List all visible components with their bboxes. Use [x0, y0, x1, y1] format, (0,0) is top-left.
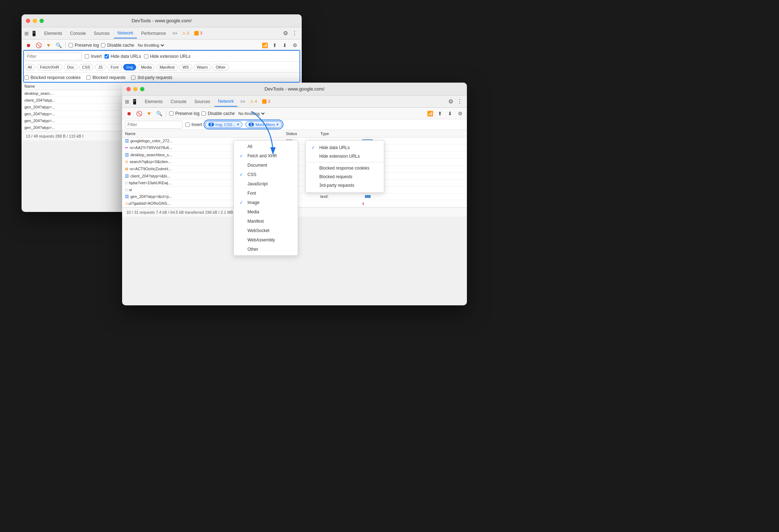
preserve-log-label-1[interactable]: Preserve log: [69, 43, 99, 48]
record-button-2[interactable]: ⏺: [125, 110, 133, 117]
blocked-requests-label-1[interactable]: Blocked requests: [86, 75, 125, 80]
chip-manifest-1[interactable]: Manifest: [156, 64, 178, 70]
download-icon-2[interactable]: ⬇: [446, 110, 454, 117]
preserve-log-label-2[interactable]: Preserve log: [169, 111, 199, 116]
col-type-2[interactable]: Type: [317, 130, 352, 138]
tab-performance-1[interactable]: Performance: [138, 29, 170, 38]
throttle-select-2[interactable]: No throttling: [237, 111, 266, 116]
filter-input-1[interactable]: [24, 52, 82, 60]
dropdown-javascript[interactable]: JavaScript: [234, 179, 298, 189]
record-button-1[interactable]: ⏺: [24, 41, 32, 49]
filter-input-2[interactable]: [125, 121, 182, 129]
tab-sources-1[interactable]: Sources: [90, 29, 113, 38]
dropdown-css[interactable]: ✓ CSS: [234, 170, 298, 179]
chip-media-1[interactable]: Media: [138, 64, 155, 70]
third-party-label-1[interactable]: 3rd-party requests: [131, 75, 172, 80]
invert-label-1[interactable]: Invert: [85, 54, 102, 59]
close-button-1[interactable]: [26, 19, 30, 23]
upload-icon-1[interactable]: ⬆: [271, 41, 279, 49]
throttle-select-1[interactable]: No throttling: [136, 43, 165, 48]
inspect-icon-2[interactable]: ⊞: [125, 99, 129, 105]
disable-cache-label-2[interactable]: Disable cache: [201, 111, 235, 116]
preserve-log-checkbox-1[interactable]: [69, 43, 73, 47]
disable-cache-checkbox-1[interactable]: [101, 43, 105, 47]
tab-console-2[interactable]: Console: [167, 97, 190, 106]
tab-console-1[interactable]: Console: [66, 29, 89, 38]
dropdown-font[interactable]: Font: [234, 189, 298, 198]
settings-button-1[interactable]: ⚙: [282, 28, 289, 38]
chip-ws-1[interactable]: WS: [179, 64, 192, 70]
chip-other-1[interactable]: Other: [212, 64, 229, 70]
hide-data-urls-label-1[interactable]: Hide data URLs: [105, 54, 141, 59]
preserve-log-checkbox-2[interactable]: [169, 111, 173, 116]
dropdown-websocket[interactable]: WebSocket: [234, 226, 298, 235]
chip-css-1[interactable]: CSS: [79, 64, 94, 70]
settings-network-1[interactable]: ⚙: [291, 41, 299, 49]
chip-all-1[interactable]: All: [24, 64, 35, 70]
blocked-cookies-label-1[interactable]: Blocked response cookies: [24, 75, 80, 80]
hide-ext-urls-label-1[interactable]: Hide extension URLs: [144, 54, 191, 59]
active-filter-button[interactable]: 3 Img, CSS... ▾: [205, 121, 242, 128]
download-icon-1[interactable]: ⬇: [281, 41, 289, 49]
more-filter-hide-data[interactable]: ✓ Hide data URLs: [306, 143, 384, 152]
more-options-button-2[interactable]: ⋮: [455, 97, 464, 106]
hide-data-urls-checkbox-1[interactable]: [105, 54, 109, 59]
upload-icon-2[interactable]: ⬆: [436, 110, 444, 117]
tab-network-1[interactable]: Network: [114, 28, 137, 38]
inspect-icon[interactable]: ⊞: [24, 31, 29, 36]
dropdown-webassembly[interactable]: WebAssembly: [234, 235, 298, 245]
tab-network-2[interactable]: Network: [214, 97, 237, 107]
blocked-requests-cb-1[interactable]: [86, 75, 91, 80]
disable-cache-checkbox-2[interactable]: [201, 111, 206, 116]
tabs-overflow-2[interactable]: >>: [238, 99, 247, 104]
col-name-2[interactable]: Name: [122, 130, 283, 138]
tabs-overflow-1[interactable]: >>: [170, 31, 180, 36]
clear-button-1[interactable]: 🚫: [34, 41, 42, 49]
maximize-button-2[interactable]: [140, 87, 144, 91]
settings-network-2[interactable]: ⚙: [456, 110, 464, 117]
tab-elements-2[interactable]: Elements: [141, 97, 166, 106]
search-button-1[interactable]: 🔍: [55, 41, 62, 49]
settings-button-2[interactable]: ⚙: [447, 97, 455, 106]
close-button-2[interactable]: [126, 87, 131, 91]
more-options-button-1[interactable]: ⋮: [290, 28, 299, 38]
disable-cache-label-1[interactable]: Disable cache: [101, 43, 134, 48]
device-icon-2[interactable]: 📱: [131, 99, 138, 105]
tab-elements-1[interactable]: Elements: [41, 29, 66, 38]
filter-toggle-1[interactable]: ▼: [45, 41, 52, 49]
chip-wasm-1[interactable]: Wasm: [194, 64, 211, 70]
third-party-cb-1[interactable]: [131, 75, 135, 80]
wifi-icon-2[interactable]: 📶: [426, 110, 434, 117]
chip-font-1[interactable]: Font: [107, 64, 122, 70]
more-filter-hide-ext[interactable]: Hide extension URLs: [306, 152, 384, 161]
dropdown-other[interactable]: Other: [234, 245, 298, 254]
chip-img-1[interactable]: Img: [123, 64, 136, 70]
blocked-cookies-cb-1[interactable]: [24, 75, 29, 80]
minimize-button-2[interactable]: [133, 87, 138, 91]
dropdown-image[interactable]: ✓ Image: [234, 198, 298, 207]
more-filter-third-party[interactable]: 3rd-party requests: [306, 181, 384, 190]
chip-js-1[interactable]: JS: [95, 64, 106, 70]
col-status-2[interactable]: Status: [283, 130, 317, 138]
maximize-button-1[interactable]: [40, 19, 44, 23]
dropdown-media[interactable]: Media: [234, 207, 298, 217]
dropdown-document[interactable]: Document: [234, 161, 298, 170]
wifi-icon-1[interactable]: 📶: [261, 41, 269, 49]
more-filter-blocked-requests[interactable]: Blocked requests: [306, 172, 384, 181]
more-filter-blocked-cookies[interactable]: Blocked response cookies: [306, 164, 384, 172]
search-button-2[interactable]: 🔍: [155, 110, 163, 117]
tab-sources-2[interactable]: Sources: [191, 97, 214, 106]
dropdown-all[interactable]: All: [234, 142, 298, 151]
invert-label-2[interactable]: Invert: [185, 122, 202, 127]
device-icon[interactable]: 📱: [31, 31, 37, 36]
chip-doc-1[interactable]: Doc: [64, 64, 78, 70]
invert-checkbox-1[interactable]: [85, 54, 89, 59]
dropdown-manifest[interactable]: Manifest: [234, 217, 298, 226]
hide-ext-urls-checkbox-1[interactable]: [144, 54, 148, 59]
dropdown-fetch-xhr[interactable]: ✓ Fetch and XHR: [234, 151, 298, 161]
chip-fetch-xhr-1[interactable]: Fetch/XHR: [37, 64, 62, 70]
clear-button-2[interactable]: 🚫: [135, 110, 143, 117]
more-filters-button[interactable]: 1 More filters ▾: [245, 121, 282, 128]
minimize-button-1[interactable]: [33, 19, 37, 23]
invert-checkbox-2[interactable]: [185, 122, 190, 127]
